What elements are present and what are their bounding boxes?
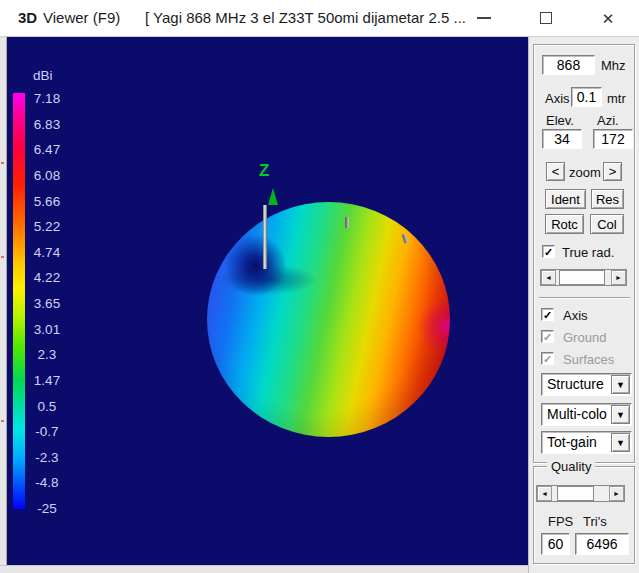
close-button[interactable]: ✕	[592, 0, 624, 36]
gain-scale-tick: 0.5	[25, 399, 69, 414]
true-rad-slider[interactable]: ◄ ►	[540, 269, 627, 286]
gain-scale-tick: 3.65	[25, 296, 69, 311]
elevation-value: 34	[543, 130, 581, 148]
slider-left-arrow-icon[interactable]: ◄	[541, 270, 556, 285]
maximize-button[interactable]	[530, 0, 562, 36]
gain-scale-tick: -25	[25, 501, 69, 516]
axis-checkbox[interactable]: ✓	[541, 308, 554, 321]
elevation-label: Elev.	[546, 113, 574, 128]
gain-scale-tick: 5.22	[25, 219, 69, 234]
gain-scale-tick: -2.3	[25, 450, 69, 465]
gain-scale-tick: 5.66	[25, 194, 69, 209]
zoom-in-button[interactable]: >	[603, 162, 622, 181]
tris-field: 6496	[575, 533, 629, 555]
minimize-icon	[477, 17, 491, 19]
structure-dropdown[interactable]: Structure ▼	[541, 373, 632, 396]
3d-viewport[interactable]: dBi 7.186.836.476.085.665.224.744.223.65…	[7, 37, 528, 565]
quality-groupbox: Quality ◄ ► FPS Tri's 60 6496	[533, 466, 635, 564]
minimize-button[interactable]	[468, 0, 500, 36]
rotc-button[interactable]: Rotc	[545, 214, 584, 234]
gain-scale-tick: 4.74	[25, 245, 69, 260]
axis-length-value: 0.1	[572, 88, 601, 106]
azimuth-field[interactable]: 172	[593, 129, 633, 149]
zoom-out-button[interactable]: <	[546, 162, 565, 181]
gain-scale-tick: 2.3	[25, 347, 69, 362]
gain-scale-tick: 7.18	[25, 91, 69, 106]
zoom-label: zoom	[569, 165, 601, 180]
gain-mode-dropdown[interactable]: Tot-gain ▼	[541, 431, 632, 454]
fps-label: FPS	[548, 514, 573, 529]
azimuth-value: 172	[594, 130, 632, 148]
axis-unit-label: mtr	[607, 91, 626, 106]
antenna-element-mark	[345, 217, 349, 228]
gain-mode-dropdown-value: Tot-gain	[547, 432, 597, 453]
surfaces-checkbox-label: Surfaces	[563, 352, 614, 367]
ground-checkbox-label: Ground	[563, 330, 606, 345]
gain-colorbar	[13, 93, 25, 509]
gain-scale-tick: 3.01	[25, 322, 69, 337]
z-axis-pole	[263, 205, 267, 269]
gain-scale-tick: 6.47	[25, 142, 69, 157]
slider-thumb[interactable]	[557, 486, 594, 501]
maximize-icon	[540, 12, 552, 24]
tris-label: Tri's	[583, 514, 607, 529]
edge-dash	[1, 162, 4, 164]
quality-group-label: Quality	[547, 459, 595, 474]
axis-length-label: Axis	[545, 91, 570, 106]
frequency-field[interactable]: 868	[542, 55, 595, 75]
bottom-edge-strip	[0, 565, 529, 573]
chevron-down-icon[interactable]: ▼	[611, 433, 630, 452]
check-icon: ✓	[544, 247, 553, 257]
true-rad-label: True rad.	[562, 245, 614, 260]
radiation-pattern-sphere[interactable]	[207, 202, 450, 437]
slider-left-arrow-icon[interactable]: ◄	[537, 486, 552, 501]
frequency-unit-label: Mhz	[601, 58, 626, 73]
z-axis-arrowhead-icon	[268, 188, 278, 205]
tris-value: 6496	[576, 534, 628, 554]
control-panel: 868 Mhz Axis 0.1 mtr Elev. Azi. 34 172 <…	[528, 37, 639, 573]
z-axis-label: Z	[259, 161, 269, 181]
ground-checkbox: ✓	[541, 330, 554, 343]
azimuth-label: Azi.	[597, 113, 619, 128]
gain-scale-tick: -0.7	[25, 424, 69, 439]
title-bar: 3D Viewer (F9) [ Yagi 868 MHz 3 el Z33T …	[0, 0, 639, 37]
app-brand: 3D	[18, 9, 37, 26]
slider-right-arrow-icon[interactable]: ►	[611, 270, 626, 285]
slider-right-arrow-icon[interactable]: ►	[609, 486, 624, 501]
check-icon: ✓	[543, 332, 552, 342]
close-icon: ✕	[602, 11, 615, 26]
res-button[interactable]: Res	[591, 189, 624, 209]
left-edge-strip	[0, 37, 7, 573]
gain-scale-ticks: 7.186.836.476.085.665.224.744.223.653.01…	[25, 91, 69, 516]
axis-checkbox-label: Axis	[563, 308, 588, 323]
color-mode-dropdown[interactable]: Multi-colo ▼	[541, 403, 632, 426]
quality-slider[interactable]: ◄ ►	[536, 485, 625, 502]
separator	[539, 297, 630, 299]
surfaces-checkbox: ✓	[541, 352, 554, 365]
app-title: Viewer (F9)	[43, 9, 120, 26]
fps-value: 60	[542, 534, 569, 554]
edge-dash	[1, 420, 4, 422]
elevation-field[interactable]: 34	[542, 129, 582, 149]
fps-field: 60	[541, 533, 570, 555]
chevron-down-icon[interactable]: ▼	[611, 405, 630, 424]
check-icon: ✓	[543, 354, 552, 364]
gain-scale-tick: -4.8	[25, 475, 69, 490]
viewer-window: 3D Viewer (F9) [ Yagi 868 MHz 3 el Z33T …	[0, 0, 639, 573]
structure-dropdown-value: Structure	[547, 374, 604, 395]
axis-length-field[interactable]: 0.1	[571, 87, 602, 107]
gain-scale-tick: 6.83	[25, 117, 69, 132]
gain-scale-tick: 6.08	[25, 168, 69, 183]
true-rad-checkbox[interactable]: ✓	[542, 245, 555, 258]
gain-scale-unit: dBi	[33, 68, 53, 83]
check-icon: ✓	[543, 310, 552, 320]
chevron-down-icon[interactable]: ▼	[611, 375, 630, 394]
slider-thumb[interactable]	[559, 270, 605, 285]
gain-scale-tick: 4.22	[25, 270, 69, 285]
edge-dash	[1, 256, 4, 258]
document-title: [ Yagi 868 MHz 3 el Z33T 50omi dijametar…	[145, 9, 466, 26]
frequency-value: 868	[543, 56, 594, 74]
color-mode-dropdown-value: Multi-colo	[547, 404, 607, 425]
col-button[interactable]: Col	[590, 214, 624, 234]
ident-button[interactable]: Ident	[545, 189, 586, 209]
